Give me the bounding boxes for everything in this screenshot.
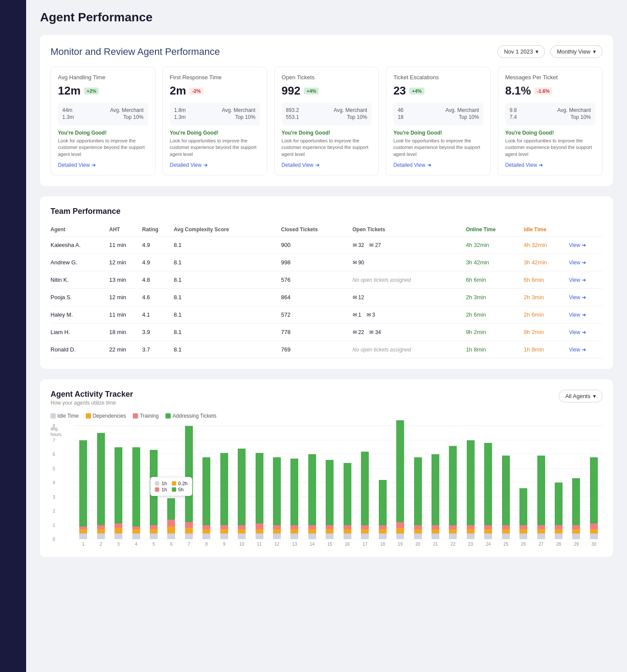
- performance-table: AgentAHTRatingAvg Complexity ScoreClosed…: [51, 223, 603, 358]
- agent-name-5: Liam H.: [51, 324, 109, 341]
- bar-seg-idle-28: [555, 534, 563, 539]
- view-cell-3: View ➜: [569, 289, 603, 306]
- bar-seg-dep-2: [97, 529, 105, 534]
- aht-4: 11 min: [109, 306, 142, 324]
- y-label-4: 4: [53, 480, 55, 485]
- table-row: Liam H.18 min3.98.1778 ✉ 22 ✉ 34 9h 2min…: [51, 324, 603, 341]
- bar-seg-tickets-4: [132, 447, 140, 527]
- metric-card-avg-handling-time: Avg Handling Time 12m +2% 44m Avg. Merch…: [51, 67, 155, 176]
- rating-6: 3.7: [142, 341, 174, 358]
- bar-seg-idle-3: [115, 534, 122, 539]
- view-link-2[interactable]: View ➜: [569, 277, 603, 283]
- x-label-7: 7: [180, 542, 198, 547]
- sidebar: [0, 0, 26, 567]
- bar-group-19: [391, 420, 409, 539]
- y-label-8: 8: [53, 424, 55, 429]
- agents-label: All Agents: [565, 393, 590, 399]
- bar-seg-idle-7: [185, 534, 193, 539]
- bar-seg-tickets-25: [502, 456, 510, 525]
- closed-3: 864: [281, 289, 352, 306]
- bar-seg-tickets-11: [256, 453, 263, 524]
- detailed-view-link-1[interactable]: Detailed View ➜: [170, 162, 260, 168]
- bar-group-18: [374, 480, 391, 540]
- table-row: Pooja S.12 min4.68.1864 ✉ 12 2h 3min2h 3…: [51, 289, 603, 306]
- chat-icon-0: ✉ 27: [369, 242, 381, 248]
- bar-group-27: [532, 456, 549, 539]
- view-cell-4: View ➜: [569, 306, 603, 324]
- metric-value-row-4: 8.1% -1.6%: [505, 84, 595, 98]
- detailed-view-link-2[interactable]: Detailed View ➜: [282, 162, 372, 168]
- chat-icon-4: ✉ 3: [367, 312, 375, 318]
- all-agents-button[interactable]: All Agents ▾: [559, 390, 603, 402]
- bar-seg-tickets-28: [555, 483, 563, 525]
- bar-seg-idle-27: [537, 534, 545, 539]
- date-button[interactable]: Nov 1 2023 ▾: [497, 45, 545, 58]
- view-label: Monthly View: [557, 48, 590, 55]
- x-label-20: 20: [409, 542, 426, 547]
- th-2: Rating: [142, 223, 174, 236]
- bar-seg-idle-22: [449, 534, 457, 539]
- view-link-0[interactable]: View ➜: [569, 242, 603, 248]
- aht-3: 12 min: [109, 289, 142, 306]
- view-link-5[interactable]: View ➜: [569, 329, 603, 335]
- y-label-3: 3: [53, 494, 55, 499]
- view-button[interactable]: Monthly View ▾: [550, 45, 603, 58]
- legend-dot-2: [133, 413, 138, 419]
- bar-group-6: 1h 0.2h 1h 5h: [162, 498, 180, 539]
- stacked-bar-11: [256, 453, 263, 539]
- bar-group-26: [515, 488, 532, 539]
- bar-group-10: [233, 449, 250, 539]
- detailed-view-link-4[interactable]: Detailed View ➜: [505, 162, 595, 168]
- tooltip-tickets-val: 5h: [178, 487, 183, 492]
- bar-seg-idle-21: [431, 534, 439, 539]
- idle-0: 4h 32min: [524, 236, 569, 254]
- stacked-bar-4: [132, 447, 140, 539]
- y-label-5: 5: [53, 466, 55, 471]
- view-link-4[interactable]: View ➜: [569, 312, 603, 318]
- x-label-5: 5: [145, 542, 162, 547]
- stacked-bar-27: [537, 456, 545, 539]
- open-tickets-cell-4: ✉ 1 ✉ 3: [353, 312, 466, 318]
- bar-group-25: [497, 456, 515, 539]
- metric-top10-row-4: 7.4 Top 10%: [509, 114, 591, 120]
- bar-seg-dep-29: [572, 529, 580, 534]
- agent-name-3: Pooja S.: [51, 289, 109, 306]
- metric-badge-4: -1.6%: [534, 88, 552, 95]
- mail-icon-1: ✉ 90: [353, 260, 364, 266]
- bar-group-9: [216, 453, 233, 539]
- online-6: 1h 8min: [466, 341, 524, 358]
- open-5: ✉ 22 ✉ 34: [353, 324, 466, 341]
- bar-group-11: [250, 453, 268, 539]
- detailed-view-link-0[interactable]: Detailed View ➜: [58, 162, 148, 168]
- x-label-28: 28: [550, 542, 567, 547]
- metric-card-first-response-time: First Response Time 2m -2% 1.8m Avg. Mer…: [162, 67, 267, 176]
- metric-badge-0: +2%: [84, 88, 99, 95]
- bar-seg-idle-2: [97, 534, 105, 539]
- bar-seg-train-7: [185, 522, 193, 528]
- main-content: Agent Performance Monitor and Review Age…: [26, 0, 627, 567]
- x-label-25: 25: [497, 542, 515, 547]
- bar-seg-tickets-29: [572, 478, 580, 525]
- view-link-6[interactable]: View ➜: [569, 347, 603, 353]
- bar-seg-dep-27: [537, 529, 545, 534]
- x-label-16: 16: [339, 542, 356, 547]
- rating-0: 4.9: [142, 236, 174, 254]
- bar-seg-idle-6: [167, 534, 175, 539]
- stacked-bar-18: [379, 480, 387, 540]
- view-link-3[interactable]: View ➜: [569, 294, 603, 301]
- metric-good-text-1: Look for opportunities to improve the cu…: [170, 138, 260, 158]
- open-1: ✉ 90: [353, 254, 466, 271]
- detailed-view-link-3[interactable]: Detailed View ➜: [393, 162, 483, 168]
- x-label-2: 2: [92, 542, 109, 547]
- y-label-2: 2: [53, 509, 55, 513]
- th-6: Online Time: [466, 223, 524, 236]
- bar-seg-tickets-23: [467, 440, 475, 525]
- view-link-1[interactable]: View ➜: [569, 260, 603, 266]
- bar-seg-tickets-18: [379, 480, 387, 525]
- view-chevron-icon: ▾: [593, 48, 596, 55]
- online-3: 2h 3min: [466, 289, 524, 306]
- complexity-2: 8.1: [174, 271, 281, 289]
- bar-seg-idle-14: [308, 534, 316, 539]
- stacked-bar-13: [290, 459, 298, 539]
- chat-icon-5: ✉ 34: [369, 329, 381, 335]
